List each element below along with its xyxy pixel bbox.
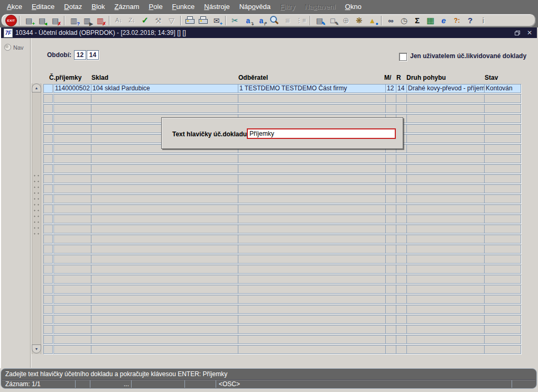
- cell-m[interactable]: [385, 325, 397, 334]
- cell-stav[interactable]: [484, 255, 521, 264]
- cell-odberatel[interactable]: [238, 345, 386, 354]
- cell-r[interactable]: [396, 94, 407, 103]
- cell-r[interactable]: [396, 164, 407, 173]
- cell-prijemky[interactable]: [53, 194, 92, 203]
- cell-stav[interactable]: Kontován: [484, 84, 521, 93]
- cell-m[interactable]: [385, 295, 397, 304]
- header-text-input[interactable]: [247, 128, 396, 139]
- cell-odberatel[interactable]: [238, 335, 386, 344]
- cell-prijemky[interactable]: [53, 275, 92, 284]
- cell-m[interactable]: [385, 285, 397, 294]
- cell-druh[interactable]: Drahé kovy-převod - příjem: [406, 84, 485, 93]
- help-icon[interactable]: ?: [463, 15, 477, 26]
- cell-r[interactable]: [396, 335, 407, 344]
- cell-sklad[interactable]: [91, 255, 239, 264]
- cell-druh[interactable]: [406, 204, 485, 213]
- row-selector[interactable]: [43, 154, 53, 163]
- tools-icon[interactable]: ⚒: [152, 15, 165, 26]
- cell-m[interactable]: [385, 315, 397, 324]
- cell-sklad[interactable]: [91, 245, 239, 254]
- cell-odberatel[interactable]: [238, 184, 386, 193]
- cell-m[interactable]: [385, 94, 397, 103]
- cell-druh[interactable]: [406, 164, 485, 173]
- cell-sklad[interactable]: [91, 335, 239, 344]
- cell-prijemky[interactable]: [53, 295, 92, 304]
- cell-m[interactable]: [385, 255, 397, 264]
- enter-query-icon[interactable]: ▥?: [67, 15, 80, 26]
- sort-ascending-icon[interactable]: A↓: [112, 15, 125, 26]
- cell-sklad[interactable]: [91, 305, 239, 314]
- cell-m[interactable]: 12: [385, 84, 397, 93]
- cell-druh[interactable]: [406, 184, 485, 193]
- menu-item-zaznam[interactable]: Záznam: [110, 0, 144, 13]
- cell-prijemky[interactable]: [53, 315, 92, 324]
- cell-druh[interactable]: [406, 225, 485, 234]
- cell-sklad[interactable]: [91, 225, 239, 234]
- scroll-up-button[interactable]: ▲: [32, 83, 41, 92]
- cell-stav[interactable]: [484, 335, 521, 344]
- cell-druh[interactable]: [406, 295, 485, 304]
- cell-stav[interactable]: [484, 345, 521, 354]
- cell-sklad[interactable]: [91, 265, 239, 274]
- period-from-field[interactable]: [74, 50, 86, 60]
- cell-m[interactable]: [385, 235, 397, 244]
- cell-prijemky[interactable]: [53, 104, 92, 113]
- cell-prijemky[interactable]: [53, 245, 92, 254]
- row-selector[interactable]: [43, 315, 53, 324]
- cell-r[interactable]: [396, 184, 407, 193]
- row-selector[interactable]: [43, 285, 53, 294]
- cell-stav[interactable]: [484, 154, 521, 163]
- cell-odberatel[interactable]: [238, 235, 386, 244]
- cell-odberatel[interactable]: 1 TESTDEMO TESTDEMO Část firmy: [238, 84, 386, 93]
- menu-item-napoveda[interactable]: Nápověda: [235, 0, 275, 13]
- cell-m[interactable]: [385, 204, 397, 213]
- outline-icon[interactable]: ≡: [281, 15, 294, 26]
- row-selector[interactable]: [43, 295, 53, 304]
- row-selector[interactable]: [43, 275, 53, 284]
- cell-prijemky[interactable]: [53, 174, 92, 183]
- row-selector[interactable]: [43, 114, 53, 123]
- cell-druh[interactable]: [406, 255, 485, 264]
- cell-r[interactable]: [396, 174, 407, 183]
- menu-item-dotaz[interactable]: Dotaz: [59, 0, 87, 13]
- cell-prijemky[interactable]: [53, 134, 92, 143]
- row-selector[interactable]: [43, 235, 53, 244]
- row-selector[interactable]: [43, 214, 53, 223]
- cell-r[interactable]: [396, 214, 407, 223]
- cell-m[interactable]: [385, 164, 397, 173]
- find-document-icon[interactable]: ∞: [384, 15, 397, 26]
- duplicate-record-icon[interactable]: ▤◄: [35, 15, 49, 26]
- hint-icon[interactable]: ?:: [450, 15, 463, 26]
- cell-druh[interactable]: [406, 345, 485, 354]
- scrollbar-thumb[interactable]: [33, 173, 40, 235]
- cell-prijemky[interactable]: [53, 164, 92, 173]
- cell-sklad[interactable]: [91, 94, 239, 103]
- cell-m[interactable]: [385, 174, 397, 183]
- cell-r[interactable]: [396, 305, 407, 314]
- cell-druh[interactable]: [406, 94, 485, 103]
- cell-stav[interactable]: [484, 305, 521, 314]
- cell-druh[interactable]: [406, 245, 485, 254]
- notes-icon[interactable]: ▤✎: [313, 15, 326, 26]
- cell-sklad[interactable]: 104 sklad Pardubice: [91, 84, 239, 93]
- cell-prijemky[interactable]: [53, 325, 92, 334]
- sigma-icon[interactable]: Σ: [411, 15, 424, 26]
- cell-stav[interactable]: [484, 94, 521, 103]
- cell-odberatel[interactable]: [238, 154, 386, 163]
- cell-r[interactable]: [396, 285, 407, 294]
- clock-icon[interactable]: ◷: [397, 15, 411, 26]
- cell-m[interactable]: [385, 194, 397, 203]
- cell-stav[interactable]: [484, 285, 521, 294]
- cell-m[interactable]: [385, 225, 397, 234]
- cell-sklad[interactable]: [91, 275, 239, 284]
- cell-druh[interactable]: [406, 235, 485, 244]
- cell-odberatel[interactable]: [238, 225, 386, 234]
- cell-stav[interactable]: [484, 114, 521, 123]
- cell-odberatel[interactable]: [238, 315, 386, 324]
- cell-odberatel[interactable]: [238, 305, 386, 314]
- menu-item-blok[interactable]: Blok: [87, 0, 109, 13]
- cell-druh[interactable]: [406, 305, 485, 314]
- cell-odberatel[interactable]: [238, 265, 386, 274]
- insert-record-icon[interactable]: ▤+: [22, 15, 35, 26]
- row-selector[interactable]: [43, 84, 53, 93]
